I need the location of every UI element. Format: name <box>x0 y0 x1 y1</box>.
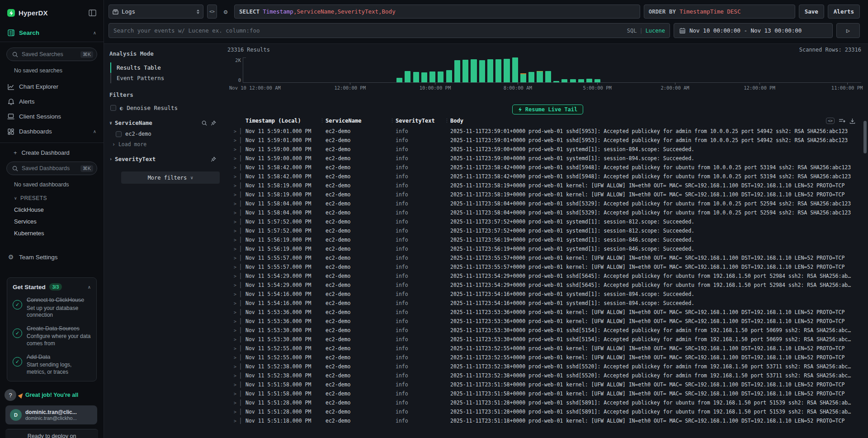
date-range-picker[interactable]: Nov 10 00:00:00 - Nov 13 00:00:00 <box>674 23 833 38</box>
saved-dashboards-input[interactable]: Saved Dashboards ⌘K <box>6 162 97 175</box>
row-expand-chevron-icon[interactable]: > <box>230 238 240 243</box>
row-expand-chevron-icon[interactable]: > <box>230 147 240 152</box>
row-expand-chevron-icon[interactable]: > <box>230 183 240 188</box>
chevron-up-icon[interactable]: ∧ <box>88 285 91 290</box>
histogram-bar[interactable] <box>421 72 427 82</box>
row-expand-chevron-icon[interactable]: > <box>230 409 240 414</box>
row-expand-chevron-icon[interactable]: > <box>230 274 240 279</box>
service-filter-ec2-demo[interactable]: ec2-demo <box>116 131 220 137</box>
sidebar-item-client-sessions[interactable]: Client Sessions <box>0 109 104 124</box>
help-button[interactable]: ? <box>5 389 16 401</box>
histogram-bar[interactable] <box>586 79 592 82</box>
histogram-bar[interactable] <box>446 70 452 83</box>
chevron-up-icon[interactable]: ∧ <box>93 30 96 35</box>
row-expand-chevron-icon[interactable]: > <box>230 201 240 206</box>
filter-search-icon[interactable] <box>202 120 207 126</box>
row-expand-chevron-icon[interactable]: > <box>230 292 240 297</box>
table-row[interactable]: >Nov 11 5:54:16.000 PMec2-demoinfo2025-1… <box>227 290 868 299</box>
event-search-input[interactable]: Search your events w/ Lucene ex. column:… <box>108 23 670 38</box>
table-row[interactable]: >Nov 11 5:56:19.000 PMec2-demoinfo2025-1… <box>227 244 868 253</box>
table-row[interactable]: >Nov 11 5:53:36.000 PMec2-demoinfo2025-1… <box>227 317 868 326</box>
row-expand-chevron-icon[interactable]: > <box>230 210 240 215</box>
drag-handle-icon[interactable]: ⋮ <box>390 118 395 124</box>
table-row[interactable]: >Nov 11 5:58:42.000 PMec2-demoinfo2025-1… <box>227 172 868 181</box>
row-expand-chevron-icon[interactable]: > <box>230 301 240 306</box>
table-row[interactable]: >Nov 11 5:51:28.000 PMec2-demoinfo2025-1… <box>227 407 868 416</box>
drag-handle-icon[interactable]: ⋮ <box>445 118 449 124</box>
table-row[interactable]: >Nov 11 5:59:01.000 PMec2-demoinfo2025-1… <box>227 127 868 136</box>
saved-searches-input[interactable]: Saved Searches ⌘K <box>6 48 97 61</box>
histogram-bar[interactable] <box>561 79 567 82</box>
get-started-step[interactable]: ✓ Connect to ClickHouseSet up your datab… <box>13 296 91 319</box>
table-row[interactable]: >Nov 11 5:54:16.000 PMec2-demoinfo2025-1… <box>227 299 868 308</box>
resume-live-tail-button[interactable]: Resume Live Tail <box>512 105 584 114</box>
code-toggle-button[interactable]: <> <box>207 5 217 19</box>
raw-mode-icon[interactable]: <> <box>826 118 835 124</box>
checkbox[interactable] <box>110 105 116 111</box>
download-icon[interactable] <box>849 118 855 124</box>
row-expand-chevron-icon[interactable]: > <box>230 229 240 233</box>
table-row[interactable]: >Nov 11 5:51:58.000 PMec2-demoinfo2025-1… <box>227 389 868 398</box>
row-expand-chevron-icon[interactable]: > <box>230 319 240 324</box>
table-row[interactable]: >Nov 11 5:51:28.000 PMec2-demoinfo2025-1… <box>227 398 868 407</box>
histogram-bar[interactable] <box>553 81 559 82</box>
histogram-bar[interactable] <box>520 73 526 82</box>
sidebar-item-kubernetes[interactable]: Kubernetes <box>0 225 104 237</box>
row-expand-chevron-icon[interactable]: > <box>230 174 240 179</box>
denoise-results-checkbox-row[interactable]: ◐ Denoise Results <box>110 105 220 111</box>
histogram-bar[interactable] <box>487 59 493 82</box>
table-row[interactable]: >Nov 11 5:56:19.000 PMec2-demoinfo2025-1… <box>227 235 868 244</box>
row-expand-chevron-icon[interactable]: > <box>230 156 240 161</box>
row-expand-chevron-icon[interactable]: > <box>230 138 240 143</box>
source-settings-gear-icon[interactable]: ⚙ <box>221 5 231 19</box>
row-expand-chevron-icon[interactable]: > <box>230 219 240 224</box>
table-row[interactable]: >Nov 11 5:58:42.000 PMec2-demoinfo2025-1… <box>227 163 868 172</box>
histogram-bar[interactable] <box>570 79 576 82</box>
table-row[interactable]: >Nov 11 5:54:29.000 PMec2-demoinfo2025-1… <box>227 281 868 290</box>
select-columns-input[interactable]: SELECT Timestamp,ServiceName,SeverityTex… <box>234 5 640 19</box>
histogram-bar[interactable] <box>479 60 485 83</box>
histogram-bar[interactable] <box>495 59 501 82</box>
presets-toggle[interactable]: ∨ PRESETS <box>0 188 104 201</box>
sidebar-collapse-icon[interactable] <box>89 10 96 16</box>
row-expand-chevron-icon[interactable]: > <box>230 364 240 369</box>
table-row[interactable]: >Nov 11 5:57:52.000 PMec2-demoinfo2025-1… <box>227 217 868 226</box>
expand-rows-icon[interactable] <box>839 118 845 124</box>
table-row[interactable]: >Nov 11 5:59:01.000 PMec2-demoinfo2025-1… <box>227 136 868 145</box>
sidebar-item-services[interactable]: Services <box>0 213 104 225</box>
table-row[interactable]: >Nov 11 5:54:29.000 PMec2-demoinfo2025-1… <box>227 271 868 281</box>
histogram-bar[interactable] <box>462 60 468 82</box>
table-row[interactable]: >Nov 11 5:59:00.000 PMec2-demoinfo2025-1… <box>227 145 868 154</box>
histogram-bar[interactable] <box>545 71 551 82</box>
column-header-timestamp[interactable]: Timestamp (Local) <box>240 118 320 124</box>
column-header-severitytext[interactable]: ⋮SeverityText <box>390 118 445 124</box>
row-expand-chevron-icon[interactable]: > <box>230 129 240 134</box>
sidebar-item-dashboards[interactable]: Dashboards ∧ <box>0 124 104 139</box>
row-expand-chevron-icon[interactable]: > <box>230 355 240 360</box>
histogram-bar[interactable] <box>528 72 534 82</box>
row-expand-chevron-icon[interactable]: > <box>230 400 240 405</box>
load-more-button[interactable]: › Load more <box>112 141 220 148</box>
run-query-button[interactable]: ▷ <box>836 23 860 38</box>
row-expand-chevron-icon[interactable]: > <box>230 328 240 333</box>
histogram-bar[interactable] <box>512 57 518 82</box>
sidebar-item-search[interactable]: Search ∧ <box>0 29 104 42</box>
sidebar-item-clickhouse[interactable]: ClickHouse <box>0 201 104 213</box>
table-row[interactable]: >Nov 11 5:58:19.000 PMec2-demoinfo2025-1… <box>227 190 868 199</box>
table-row[interactable]: >Nov 11 5:59:00.000 PMec2-demoinfo2025-1… <box>227 154 868 163</box>
table-row[interactable]: >Nov 11 5:57:52.000 PMec2-demoinfo2025-1… <box>227 226 868 235</box>
histogram-bar[interactable] <box>578 79 584 82</box>
alerts-button[interactable]: Alerts <box>828 5 860 19</box>
get-started-step[interactable]: ✓ Create Data SourcesConfigure where you… <box>13 325 91 348</box>
tab-event-patterns[interactable]: Event Patterns <box>110 73 220 83</box>
histogram-bar[interactable] <box>594 79 600 82</box>
histogram-bar[interactable] <box>396 78 402 82</box>
table-row[interactable]: >Nov 11 5:51:58.000 PMec2-demoinfo2025-1… <box>227 380 868 389</box>
sidebar-item-alerts[interactable]: Alerts <box>0 94 104 109</box>
table-row[interactable]: >Nov 11 5:58:04.000 PMec2-demoinfo2025-1… <box>227 208 868 217</box>
get-started-step[interactable]: ✓ Add DataStart sending logs, metrics, o… <box>13 353 91 376</box>
table-row[interactable]: >Nov 11 5:53:30.000 PMec2-demoinfo2025-1… <box>227 326 868 335</box>
row-expand-chevron-icon[interactable]: > <box>230 283 240 288</box>
row-expand-chevron-icon[interactable]: > <box>230 382 240 387</box>
table-row[interactable]: >Nov 11 5:58:19.000 PMec2-demoinfo2025-1… <box>227 181 868 190</box>
